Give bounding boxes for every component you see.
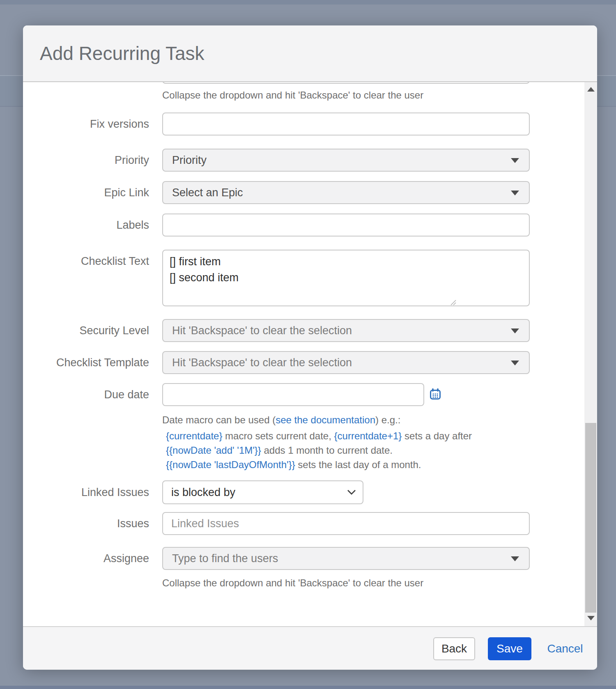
linked-issues-label: Linked Issues (23, 486, 149, 499)
security-level-dropdown[interactable]: Hit 'Backspace' to clear the selection (162, 319, 530, 342)
macro2-text: adds 1 month to current date. (261, 445, 393, 456)
scrollbar-down-arrow-icon[interactable] (587, 616, 595, 620)
dialog-title: Add Recurring Task (23, 42, 205, 64)
assignee-clear-help-text: Collapse the dropdown and hit 'Backspace… (162, 576, 423, 590)
checklist-template-label: Checklist Template (23, 356, 149, 369)
due-date-input[interactable] (162, 383, 424, 406)
see-the-documentation-link[interactable]: see the documentation (276, 414, 375, 425)
priority-value: Priority (172, 154, 207, 167)
fix-versions-input[interactable] (162, 113, 530, 136)
checklist-template-value: Hit 'Backspace' to clear the selection (172, 356, 352, 369)
assignee-dropdown[interactable]: Type to find the users (162, 547, 530, 570)
back-button[interactable]: Back (433, 637, 475, 660)
priority-dropdown[interactable]: Priority (162, 149, 530, 172)
labels-input-field[interactable] (163, 214, 529, 236)
labels-label: Labels (23, 218, 149, 232)
help-intro-suffix: ) e.g.: (375, 414, 400, 425)
currentdate-plus1-macro: {currentdate+1} (334, 430, 402, 441)
help-intro-prefix: Date macro can be used ( (162, 414, 276, 425)
background-top-band (0, 0, 616, 5)
macro1-text: macro sets current date, (222, 430, 334, 441)
save-button[interactable]: Save (488, 637, 531, 660)
assignee-value: Type to find the users (172, 552, 278, 565)
calendar-icon[interactable] (429, 388, 442, 401)
chevron-down-icon (347, 489, 356, 495)
fix-versions-label: Fix versions (23, 117, 149, 131)
date-macro-example-3: {{nowDate 'lastDayOfMonth'}} sets the la… (166, 458, 421, 471)
date-macro-help-intro: Date macro can be used (see the document… (162, 413, 400, 426)
nowdate-lastday-macro: {{nowDate 'lastDayOfMonth'}} (166, 459, 295, 470)
chevron-down-icon (511, 328, 519, 333)
currentdate-macro: {currentdate} (166, 430, 222, 441)
dialog-scroll-content: Collapse the dropdown and hit 'Backspace… (23, 82, 597, 626)
epic-link-label: Epic Link (23, 186, 149, 199)
date-macro-example-2: {{nowDate 'add' '1M'}} adds 1 month to c… (166, 444, 393, 457)
security-level-label: Security Level (23, 324, 149, 337)
issues-input[interactable] (162, 512, 530, 535)
fix-versions-input-field[interactable] (163, 113, 529, 135)
checklist-text-textarea[interactable]: [] first item [] second item (162, 250, 530, 306)
chevron-down-icon (511, 361, 519, 365)
user-field-clipped[interactable] (162, 82, 530, 84)
due-date-input-field[interactable] (163, 384, 423, 405)
vertical-scrollbar[interactable] (584, 82, 597, 626)
scrollbar-thumb[interactable] (585, 423, 596, 613)
labels-input[interactable] (162, 214, 530, 237)
date-macro-example-1: {currentdate} macro sets current date, {… (166, 429, 472, 442)
security-level-value: Hit 'Backspace' to clear the selection (172, 324, 352, 337)
issues-input-field[interactable] (163, 513, 529, 534)
dialog-header: Add Recurring Task (23, 25, 597, 82)
user-clear-help-text: Collapse the dropdown and hit 'Backspace… (162, 89, 423, 102)
background-bottom-band (0, 686, 616, 689)
checklist-template-dropdown[interactable]: Hit 'Backspace' to clear the selection (162, 351, 530, 374)
dialog-footer: Back Save Cancel (23, 626, 597, 670)
chevron-down-icon (511, 191, 519, 195)
epic-link-value: Select an Epic (172, 186, 243, 199)
issues-label: Issues (23, 517, 149, 530)
epic-link-dropdown[interactable]: Select an Epic (162, 181, 530, 204)
assignee-label: Assignee (23, 552, 149, 565)
scrollbar-up-arrow-icon[interactable] (587, 87, 595, 92)
linked-issues-select[interactable]: is blocked by (162, 480, 363, 504)
chevron-down-icon (511, 158, 519, 163)
add-recurring-task-dialog: Add Recurring Task Collapse the dropdown… (23, 25, 597, 670)
cancel-link[interactable]: Cancel (540, 637, 591, 660)
macro3-text: sets the last day of a month. (295, 459, 421, 470)
chevron-down-icon (511, 556, 519, 561)
page-background: Add Recurring Task Collapse the dropdown… (0, 0, 616, 689)
due-date-label: Due date (23, 388, 149, 401)
priority-label: Priority (23, 154, 149, 167)
checklist-text-label: Checklist Text (23, 255, 149, 268)
linked-issues-selected-value: is blocked by (171, 486, 235, 499)
macro1b-text: sets a day after (402, 430, 472, 441)
nowdate-add-macro: {{nowDate 'add' '1M'}} (166, 445, 261, 456)
